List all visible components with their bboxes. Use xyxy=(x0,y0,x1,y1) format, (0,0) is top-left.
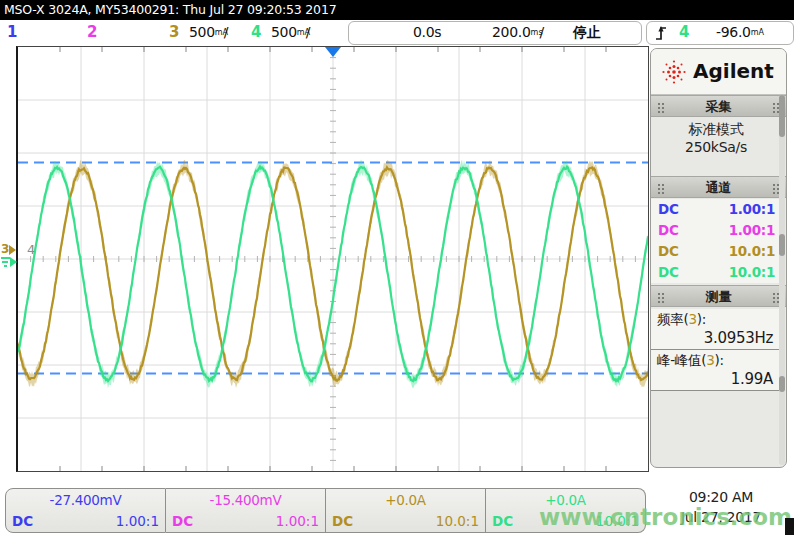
sidebar-ch4-row[interactable]: DC10.0:1 xyxy=(651,262,781,283)
brand-block: Agilent xyxy=(651,49,786,95)
channel-section-header[interactable]: 通道 xyxy=(651,176,786,198)
ch2-info-box[interactable]: -15.400mV DC 1.00:1 xyxy=(166,488,326,533)
sidebar-ch1-row[interactable]: DC1.00:1 xyxy=(651,199,781,220)
grip-icon xyxy=(773,103,775,105)
grip-icon xyxy=(773,293,775,295)
peak-to-peak-value: 1.99A xyxy=(731,370,773,388)
ch1-info-box[interactable]: -27.400mV DC 1.00:1 xyxy=(5,488,166,533)
ch2-offset-value: -15.400mV xyxy=(166,492,325,508)
sidebar-ch3-row[interactable]: DC10.0:1 xyxy=(651,241,781,262)
oscilloscope-screen: MSO-X 3024A, MY53400291: Thu Jul 27 09:2… xyxy=(0,0,794,535)
waveform-svg xyxy=(18,47,648,471)
acquire-mode: 标准模式 xyxy=(651,121,781,139)
measure-section-header[interactable]: 测量 xyxy=(651,285,786,307)
sidebar-ch2-row[interactable]: DC1.00:1 xyxy=(651,220,781,241)
horizontal-delay[interactable]: 0.0s xyxy=(413,22,441,43)
ch1-probe-ratio: 1.00:1 xyxy=(116,513,159,529)
sidebar-scrollbar[interactable] xyxy=(779,95,785,465)
title-bar: MSO-X 3024A, MY53400291: Thu Jul 27 09:2… xyxy=(0,0,794,20)
ch3-offset-value: +0.0A xyxy=(326,492,485,508)
run-state[interactable]: 停止 xyxy=(573,22,600,43)
watermark-text: www.cntronics.com xyxy=(539,504,792,530)
status-ch1-label[interactable]: 1 xyxy=(7,22,17,43)
timebase-scale[interactable]: 200.0ms/ xyxy=(492,22,544,43)
measure-frequency: 频率(3): 3.0953Hz 峰-峰值(3): 1.99A xyxy=(651,309,781,391)
ch1-offset-value: -27.400mV xyxy=(6,492,165,508)
corner-block xyxy=(785,518,794,535)
acquire-section-header[interactable]: 采集 xyxy=(651,95,786,117)
ch4-coupling: DC xyxy=(492,513,513,529)
trigger-source[interactable]: 4 xyxy=(679,22,689,43)
ch3-ground-marker[interactable]: 3 xyxy=(1,243,16,255)
sidebar-panel: Agilent 采集 标准模式 250kSa/s 通道 DC1.00:1 DC1… xyxy=(650,48,787,468)
sample-rate: 250kSa/s xyxy=(651,139,781,155)
ch4-ground-marker[interactable] xyxy=(1,255,17,267)
model-serial-datetime: MSO-X 3024A, MY53400291: Thu Jul 27 09:2… xyxy=(4,2,336,17)
waveform-display xyxy=(16,46,649,472)
status-bar: 1 2 3 500mA/ 4 500mA/ 0.0s 200.0ms/ 停止 4… xyxy=(0,20,794,46)
status-ch2-label[interactable]: 2 xyxy=(87,22,97,43)
ground-icon xyxy=(1,257,10,267)
status-ch3-label[interactable]: 3 xyxy=(169,22,179,43)
agilent-logo-icon xyxy=(659,57,689,87)
grip-icon xyxy=(658,184,660,186)
trigger-edge-icon xyxy=(653,23,669,42)
frequency-value: 3.0953Hz xyxy=(704,329,773,347)
ch3-probe-ratio: 10.0:1 xyxy=(436,513,479,529)
ch2-probe-ratio: 1.00:1 xyxy=(276,513,319,529)
ch3-info-box[interactable]: +0.0A DC 10.0:1 xyxy=(326,488,486,533)
ch2-coupling: DC xyxy=(172,513,193,529)
ch1-coupling: DC xyxy=(12,513,33,529)
brand-name: Agilent xyxy=(693,59,774,83)
status-ch4-label[interactable]: 4 xyxy=(251,22,261,43)
ch4-center-label: 4 xyxy=(27,244,35,256)
ch3-vertical-scale[interactable]: 500mA/ xyxy=(189,22,228,43)
measure-peak-to-peak: 峰-峰值(3): 1.99A xyxy=(651,350,781,391)
grip-icon xyxy=(773,184,775,186)
current-time: 09:20 AM xyxy=(648,489,794,505)
ch4-vertical-scale[interactable]: 500mA/ xyxy=(271,22,310,43)
grip-icon xyxy=(658,103,660,105)
ch3-coupling: DC xyxy=(332,513,353,529)
trigger-level[interactable]: -96.0mA xyxy=(716,22,760,43)
grip-icon xyxy=(658,293,660,295)
